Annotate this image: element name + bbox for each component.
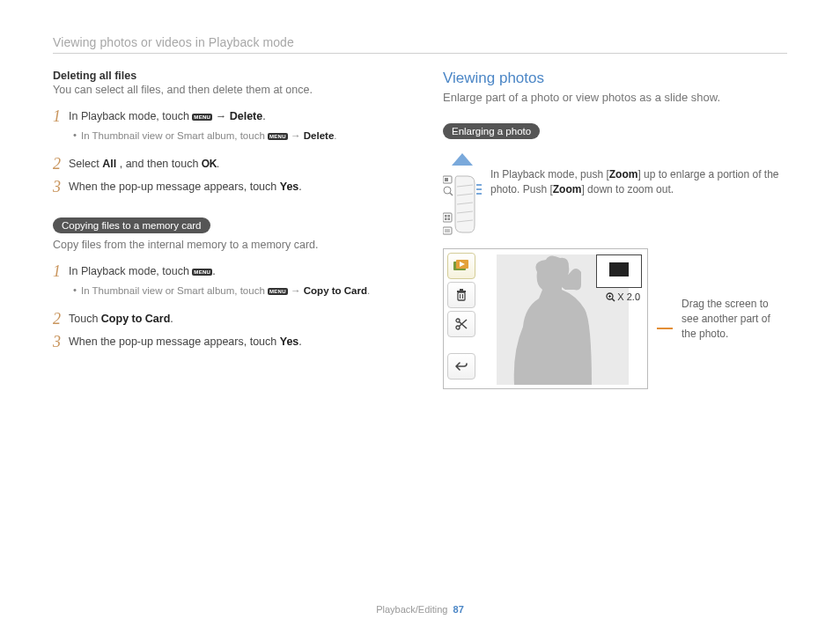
callout-line	[657, 328, 673, 329]
bullet-icon: •	[69, 283, 81, 297]
step-number: 2	[53, 311, 69, 327]
drag-callout: Drag the screen to see another part of t…	[682, 297, 787, 342]
edit-button[interactable]	[447, 311, 475, 337]
svg-rect-25	[457, 291, 466, 292]
text: .	[298, 181, 301, 193]
page-header: Viewing photos or videos in Playback mod…	[53, 35, 787, 49]
text: .	[334, 130, 336, 141]
arrow-up-icon	[443, 153, 482, 169]
text: In Playback mode, touch	[69, 110, 192, 122]
slideshow-button[interactable]	[447, 253, 475, 279]
text: In Thumbnail view or Smart album, touch	[81, 285, 268, 296]
text: Touch	[69, 313, 101, 325]
step-number: 1	[53, 108, 69, 124]
svg-line-35	[612, 299, 615, 301]
toolbar	[447, 253, 474, 380]
text: .	[170, 313, 173, 325]
viewing-desc: Enlarge part of a photo or view photos a…	[443, 91, 787, 104]
menu-icon: MENU	[268, 133, 288, 140]
text: .	[212, 265, 215, 277]
text: .	[262, 110, 265, 122]
svg-rect-5	[443, 213, 452, 222]
text: .	[217, 158, 219, 170]
copy-step-1: 1 In Playback mode, touch MENU. • In Thu…	[53, 263, 397, 304]
zoom-level: X 2.0	[606, 291, 640, 302]
zoom-value: X 2.0	[617, 291, 640, 302]
delete-step-2: 2 Select All , and then touch OK.	[53, 156, 397, 172]
step-number: 3	[53, 179, 69, 195]
svg-rect-8	[445, 218, 447, 221]
text: ] down to zoom out.	[581, 183, 674, 195]
svg-rect-10	[443, 227, 452, 234]
bold: Delete	[230, 110, 263, 122]
svg-point-29	[456, 326, 460, 329]
page-footer: Playback/Editing 87	[0, 604, 840, 615]
delete-step-1: 1 In Playback mode, touch MENU → Delete.…	[53, 108, 397, 149]
bold: Zoom	[609, 168, 638, 181]
svg-line-4	[450, 193, 453, 195]
copying-desc: Copy files from the internal memory to a…	[53, 239, 397, 251]
delete-button[interactable]	[447, 282, 475, 308]
ok-icon: OK	[202, 156, 217, 172]
bold: All	[102, 158, 116, 170]
camera-screen: X 2.0	[443, 248, 648, 389]
footer-section: Playback/Editing	[376, 604, 447, 615]
menu-icon: MENU	[192, 114, 212, 121]
trash-icon	[455, 289, 468, 301]
text: In Thumbnail view or Smart album, touch	[81, 130, 268, 141]
page-number: 87	[453, 604, 464, 615]
bold: Delete	[304, 130, 335, 141]
menu-icon: MENU	[192, 269, 212, 276]
text: When the pop-up message appears, touch	[69, 335, 280, 348]
text: In Playback mode, touch	[69, 265, 192, 277]
bold: Copy to Card	[304, 285, 367, 296]
step-number: 1	[53, 263, 69, 279]
navigator-viewport	[609, 262, 629, 276]
left-column: Deleting all files You can select all fi…	[53, 70, 397, 389]
bold: Yes	[280, 335, 299, 348]
text: In Playback mode, push [	[490, 168, 609, 181]
text: .	[298, 335, 301, 348]
copy-step-3: 3 When the pop-up message appears, touch…	[53, 334, 397, 350]
menu-icon: MENU	[268, 288, 288, 295]
text: →	[291, 130, 304, 141]
bold: Zoom	[553, 183, 582, 195]
text: When the pop-up message appears, touch	[69, 181, 280, 193]
text: , and then touch	[120, 158, 202, 170]
delete-step-1-note: • In Thumbnail view or Smart album, touc…	[69, 128, 397, 144]
deleting-title: Deleting all files	[53, 70, 397, 82]
deleting-desc: You can select all files, and then delet…	[53, 84, 397, 96]
back-icon	[455, 360, 468, 372]
viewing-title: Viewing photos	[443, 70, 787, 87]
zoom-instruction: In Playback mode, push [Zoom] up to enla…	[490, 153, 787, 197]
text: →	[216, 110, 230, 122]
bullet-icon: •	[69, 128, 81, 142]
right-column: Viewing photos Enlarge part of a photo o…	[443, 70, 787, 389]
copy-step-1-note: • In Thumbnail view or Smart album, touc…	[69, 283, 397, 299]
text: →	[291, 285, 304, 296]
svg-rect-6	[445, 215, 447, 217]
bold: Copy to Card	[101, 313, 170, 325]
magnifier-icon	[606, 292, 615, 302]
step-number: 2	[53, 156, 69, 172]
text: .	[367, 285, 370, 296]
copying-pill: Copying files to a memory card	[53, 217, 210, 233]
svg-rect-7	[448, 215, 451, 217]
enlarging-pill: Enlarging a photo	[443, 123, 540, 139]
svg-rect-9	[448, 218, 451, 221]
svg-rect-24	[458, 292, 465, 300]
svg-point-30	[456, 319, 460, 322]
navigator-box[interactable]	[596, 254, 642, 288]
svg-rect-2	[445, 178, 448, 181]
zoom-lever-icon	[443, 174, 482, 236]
zoom-lever-illustration	[443, 153, 482, 240]
back-button[interactable]	[447, 353, 475, 380]
slideshow-icon	[453, 260, 469, 272]
svg-point-3	[444, 187, 451, 194]
step-number: 3	[53, 334, 69, 350]
zoom-lever-block: In Playback mode, push [Zoom] up to enla…	[443, 153, 787, 240]
scissors-icon	[455, 318, 468, 330]
bold: Yes	[280, 181, 299, 193]
text: Select	[69, 158, 102, 170]
delete-step-3: 3 When the pop-up message appears, touch…	[53, 179, 397, 195]
